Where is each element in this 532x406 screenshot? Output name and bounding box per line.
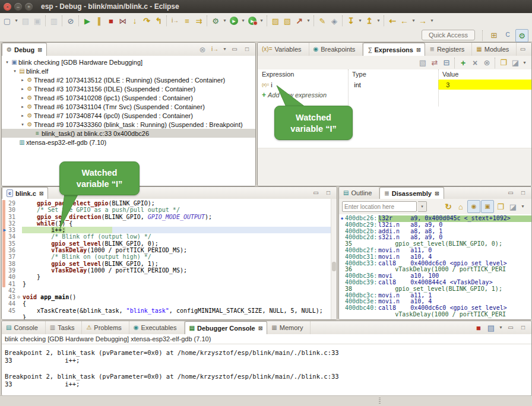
back-dropdown-icon[interactable]: ▾: [410, 15, 417, 27]
step-into-icon[interactable]: ↓: [129, 15, 141, 27]
editor-code-line[interactable]: 39 vTaskDelay(1000 / portTICK_PERIOD_MS)…: [2, 267, 337, 274]
tab[interactable]: ≣ Disassembly ⊠: [379, 187, 444, 199]
editor-code-line[interactable]: 35 gpio_set_level(BLINK_GPIO, 0);: [2, 240, 337, 247]
status-bar-grip[interactable]: [379, 398, 381, 405]
editor-code-line[interactable]: 33 i++;: [2, 227, 337, 233]
disassembly-line[interactable]: 400dbc29: l32i.n a8, a9, 0: [339, 222, 531, 229]
toolbar-icon[interactable]: [342, 15, 343, 26]
tab[interactable]: ▤ Debugger Console ⊠: [185, 321, 268, 334]
close-window-icon[interactable]: ×: [4, 3, 11, 11]
maximize-icon[interactable]: □: [529, 43, 532, 55]
new-view-icon[interactable]: ❐: [498, 57, 509, 69]
next-annotation-icon[interactable]: ↧: [345, 15, 357, 27]
minimize-icon[interactable]: ▭: [505, 322, 517, 334]
minimize-window-icon[interactable]: –: [14, 3, 22, 11]
print-icon[interactable]: ▥: [48, 15, 60, 27]
fold-marker-icon[interactable]: ⊖: [17, 294, 23, 300]
column-divider[interactable]: [438, 69, 439, 106]
debug-perspective-icon[interactable]: ⚙: [515, 29, 528, 42]
fold-marker-icon[interactable]: [17, 227, 23, 233]
new-view-icon[interactable]: ❐: [495, 201, 506, 212]
editor-code-line[interactable]: 41 }: [2, 281, 337, 287]
fold-marker-icon[interactable]: [17, 214, 23, 220]
fold-marker-icon[interactable]: [17, 240, 23, 247]
fold-marker-icon[interactable]: [17, 200, 23, 207]
run-dropdown-icon[interactable]: ▾: [240, 15, 246, 27]
step-over-icon[interactable]: ↷: [141, 15, 153, 27]
expand-toggle-icon[interactable]: ▾: [20, 122, 26, 127]
forward-dropdown-icon[interactable]: ▾: [429, 15, 435, 27]
editor-code-line[interactable]: 43 ⊖ void app_main(): [2, 294, 337, 300]
use-step-filters-icon[interactable]: ⇉: [193, 15, 205, 27]
expand-toggle-icon[interactable]: ▸: [20, 113, 26, 118]
external-tools-dropdown-icon[interactable]: ▾: [258, 15, 265, 27]
debug-launch-icon[interactable]: ⚙: [210, 15, 221, 27]
flash-tool-icon[interactable]: ↗: [293, 15, 305, 27]
run-icon[interactable]: ▶: [228, 15, 240, 27]
fold-marker-icon[interactable]: [17, 207, 23, 213]
remove-all-expressions-icon[interactable]: ⊗: [481, 57, 493, 69]
column-divider[interactable]: [348, 69, 349, 106]
fold-marker-icon[interactable]: [17, 247, 23, 253]
editor-code-line[interactable]: 30 /* Set the GPIO as a push/pull output…: [2, 207, 337, 213]
terminate-icon[interactable]: ■: [105, 15, 117, 27]
sync-selection-icon[interactable]: ◉: [467, 200, 480, 213]
editor-code-line[interactable]: 34 /* Blink off (output low) */: [2, 233, 337, 240]
expand-toggle-icon[interactable]: ▸: [20, 78, 26, 83]
editor-content[interactable]: ▶ 29 gpio_pad_select_gpio(BLINK_GPIO); 3…: [2, 199, 337, 319]
toolbar-icon[interactable]: [314, 15, 315, 26]
expand-toggle-icon[interactable]: ▾: [4, 60, 10, 65]
minimize-icon[interactable]: ▭: [229, 43, 240, 55]
tab-close-icon[interactable]: ⊠: [416, 47, 421, 53]
column-header-expression[interactable]: Expression: [258, 69, 348, 80]
debug-tree-item[interactable]: ▸ ⚙ Thread #3 1073413156 (IDLE) (Suspend…: [2, 84, 255, 93]
fold-marker-icon[interactable]: [17, 220, 23, 227]
pin-view-icon[interactable]: ◪: [509, 57, 521, 69]
fold-marker-icon[interactable]: [17, 274, 23, 280]
expand-toggle-icon[interactable]: ▸: [20, 96, 26, 100]
open-console-icon[interactable]: ▤: [485, 322, 497, 334]
fold-marker-icon[interactable]: [17, 267, 23, 274]
external-tools-icon[interactable]: ▶: [246, 15, 258, 27]
quick-access-button[interactable]: Quick Access: [422, 30, 475, 40]
editor-code-line[interactable]: 40 }: [2, 274, 337, 280]
column-header-type[interactable]: Type: [348, 69, 438, 80]
editor-code-line[interactable]: 36 vTaskDelay(1000 / portTICK_PERIOD_MS)…: [2, 247, 337, 253]
debug-tree-item[interactable]: ≡ blink_task() at blink.c:33 0x400dbc26: [2, 129, 255, 138]
debug-tree-item[interactable]: ▾ ▤ blink.elf: [2, 66, 255, 75]
next-annotation-dropdown-icon[interactable]: ▾: [357, 15, 363, 27]
tab[interactable]: ▤ Outline: [339, 187, 379, 199]
resume-icon[interactable]: ▶: [81, 15, 93, 27]
show-logical-structure-icon[interactable]: ⇄: [429, 57, 441, 69]
tab[interactable]: ⚠ Problems: [82, 321, 129, 334]
cpp-perspective-icon[interactable]: C: [502, 29, 514, 41]
suspend-icon[interactable]: ∥: [93, 15, 105, 27]
fold-marker-icon[interactable]: [17, 261, 23, 267]
fold-marker-icon[interactable]: [17, 281, 23, 287]
toolbar-icon[interactable]: [62, 15, 63, 26]
open-perspective-icon[interactable]: ⊞: [488, 29, 500, 41]
disassembly-line[interactable]: vTaskDelay(1000 / portTICK_PERI: [339, 312, 531, 318]
tab-close-icon[interactable]: ⊠: [39, 191, 44, 196]
expand-toggle-icon[interactable]: ▾: [12, 69, 18, 74]
tab[interactable]: ∑ Expressions ⊠: [363, 43, 425, 56]
pin-view-icon[interactable]: ◪: [507, 201, 519, 212]
skip-all-breakpoints-icon[interactable]: ⊘: [65, 15, 77, 27]
editor-code-line[interactable]: 42: [2, 287, 337, 294]
fold-marker-icon[interactable]: [17, 307, 23, 314]
editor-code-line[interactable]: 31 gpio_set_direction(BLINK_GPIO, GPIO_M…: [2, 214, 337, 220]
view-menu-icon[interactable]: ▾: [521, 57, 528, 69]
fold-marker-icon[interactable]: [17, 253, 23, 260]
flash-dropdown-icon[interactable]: ▾: [305, 15, 312, 27]
maximize-icon[interactable]: □: [517, 187, 529, 199]
tab-close-icon[interactable]: ⊠: [435, 191, 439, 196]
open-element-icon[interactable]: ▨: [270, 15, 281, 27]
debug-tree-item[interactable]: ▸ ⚙ Thread #7 1073408744 (ipc0) (Suspend…: [2, 111, 255, 120]
add-expression-icon[interactable]: +: [457, 57, 469, 69]
disassembly-line[interactable]: 38 gpio_set_level(BLINK_GPIO, 1);: [339, 286, 531, 293]
tab[interactable]: ◉ Breakpoints: [309, 43, 363, 56]
editor-code-line[interactable]: 44 {: [2, 300, 337, 307]
mark-occurrences-icon[interactable]: ✎: [316, 15, 328, 27]
save-all-icon[interactable]: ▣: [31, 15, 43, 27]
home-icon[interactable]: ⌂: [455, 201, 467, 212]
